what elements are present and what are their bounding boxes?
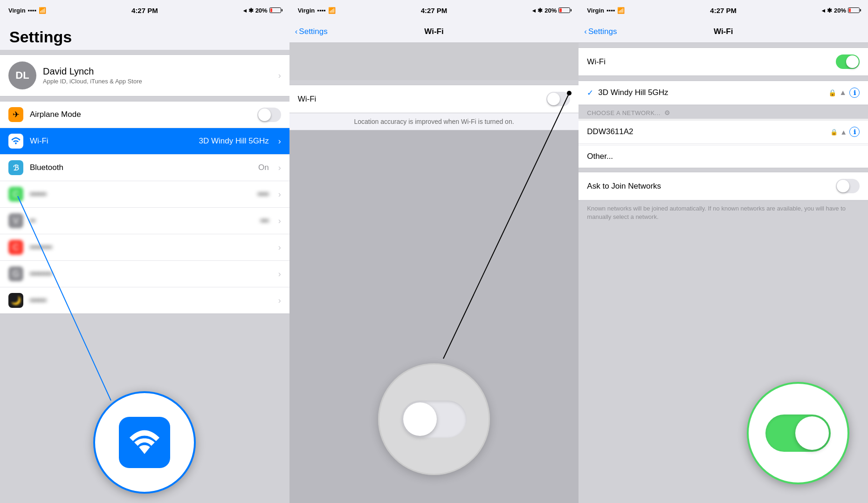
wifi-label: Wi-Fi	[30, 136, 192, 146]
wifi-toggle-row-p2[interactable]: Wi-Fi	[289, 85, 579, 113]
wifi-value: 3D Windy Hill 5GHz	[199, 136, 269, 146]
battery-pct-p1: 20%	[255, 7, 268, 14]
status-left-p1: Virgin ▪▪▪▪ 📶	[8, 7, 46, 14]
carrier-p1: Virgin	[8, 7, 26, 14]
toggle-zoomed-on	[765, 415, 831, 452]
blurred-icon-2: V	[8, 213, 23, 228]
wifi-signal-icon: ▲	[839, 88, 847, 97]
panel3-wifi-on: Virgin ▪▪▪▪ 📶 4:27 PM ◂ ✱ 20% ‹ Settings…	[579, 0, 868, 503]
status-right-p1: ◂ ✱ 20%	[243, 7, 281, 14]
status-bar-p3: Virgin ▪▪▪▪ 📶 4:27 PM ◂ ✱ 20%	[579, 0, 868, 20]
blurred-chevron-4: ›	[278, 269, 281, 279]
bluetooth-icon: ℬ	[8, 160, 23, 175]
carrier-p3: Virgin	[587, 7, 604, 14]
zoom-circle-p2	[378, 363, 490, 475]
network-row-1[interactable]: DDW3611A2 🔒 ▲ ℹ	[579, 120, 868, 144]
wifi-status-p1: 📶	[39, 7, 46, 14]
status-bar-p1: Virgin ▪▪▪▪ 📶 4:27 PM ◂ ✱ 20%	[0, 0, 289, 20]
blurred-row-5[interactable]: 🌙 •••••• ›	[0, 287, 289, 313]
back-arrow-p2: ‹	[295, 27, 298, 36]
blurred-row-3[interactable]: C •••••••• ›	[0, 234, 289, 261]
blurred-row-4[interactable]: G •••••••• ›	[0, 261, 289, 287]
time-p2: 4:27 PM	[421, 7, 448, 14]
connected-network-row[interactable]: ✓ 3D Windy Hill 5GHz 🔒 ▲ ℹ	[579, 81, 868, 105]
nav-title-p3: Wi-Fi	[714, 27, 733, 36]
nav-bar-p3: ‹ Settings Wi-Fi	[579, 20, 868, 43]
network-row-other[interactable]: Other...	[579, 145, 868, 168]
airplane-mode-row[interactable]: ✈ Airplane Mode	[0, 102, 289, 128]
blurred-label-5: ••••••	[30, 296, 272, 305]
bluetooth-p2: ✱	[537, 7, 543, 14]
profile-subtitle: Apple ID, iCloud, iTunes & App Store	[43, 78, 272, 85]
settings-group-1: ✈ Airplane Mode Wi-Fi 3D Windy Hill 5GHz…	[0, 101, 289, 314]
ask-join-row[interactable]: Ask to Join Networks	[579, 172, 868, 200]
blurred-label-1: ••••••	[30, 190, 251, 199]
blurred-label-3: ••••••••	[30, 243, 272, 252]
avatar: DL	[8, 61, 36, 89]
wifi-toggle-p3[interactable]	[836, 54, 860, 69]
wifi-row-icon	[8, 134, 23, 149]
zoom-circle-p1	[93, 391, 196, 494]
back-label-p3: Settings	[588, 27, 617, 36]
blurred-icon-5: 🌙	[8, 293, 23, 308]
connected-network-name: 3D Windy Hill 5GHz	[598, 88, 828, 97]
grey-top-p2	[289, 43, 579, 80]
wifi-toggle-p2[interactable]	[546, 92, 570, 106]
zoom-circle-p3	[747, 382, 849, 484]
info-button[interactable]: ℹ	[849, 88, 860, 98]
time-p3: 4:27 PM	[710, 7, 737, 14]
network-signal-1: ▲	[840, 128, 847, 136]
wifi-connected-section: ✓ 3D Windy Hill 5GHz 🔒 ▲ ℹ	[579, 81, 868, 105]
network-icons-1: 🔒 ▲ ℹ	[830, 127, 860, 137]
signal-p2: ▪▪▪▪	[317, 7, 325, 14]
blurred-chevron-5: ›	[278, 296, 281, 306]
blurred-chevron-1: ›	[278, 190, 281, 199]
network-icons: 🔒 ▲ ℹ	[828, 88, 860, 98]
carrier-p2: Virgin	[298, 7, 315, 14]
profile-chevron: ›	[278, 71, 281, 81]
lock-icon: 🔒	[828, 89, 836, 96]
blurred-icon-3: C	[8, 240, 23, 255]
ask-join-section: Ask to Join Networks	[579, 172, 868, 201]
status-left-p2: Virgin ▪▪▪▪ 📶	[298, 7, 336, 14]
signal-p3: ▪▪▪▪	[606, 7, 615, 14]
toggle-knob-on	[795, 416, 829, 450]
wifi-status-p2: 📶	[328, 7, 336, 14]
bluetooth-p1: ✱	[248, 7, 254, 14]
bluetooth-chevron: ›	[278, 163, 281, 173]
blurred-row-1[interactable]: C •••••• •••• ›	[0, 181, 289, 208]
network-name-1: DDW3611A2	[587, 127, 830, 136]
wifi-toggle-row-p3[interactable]: Wi-Fi	[579, 48, 868, 76]
back-button-p3[interactable]: ‹ Settings	[584, 27, 617, 36]
blurred-value-2: •••	[261, 216, 269, 225]
blurred-label-2: ••	[30, 216, 254, 225]
battery-icon-p2	[558, 7, 570, 13]
battery-pct-p3: 20%	[834, 7, 846, 14]
ask-join-label: Ask to Join Networks	[587, 182, 836, 191]
airplane-mode-label: Airplane Mode	[30, 110, 251, 119]
toggle-zoomed-off	[401, 401, 467, 438]
blurred-label-4: ••••••••	[30, 269, 272, 279]
network-list: DDW3611A2 🔒 ▲ ℹ Other...	[579, 118, 868, 168]
bluetooth-label: Bluetooth	[30, 163, 252, 172]
profile-row[interactable]: DL David Lynch Apple ID, iCloud, iTunes …	[0, 54, 289, 96]
wifi-toggle-label-p2: Wi-Fi	[298, 95, 547, 104]
wifi-chevron: ›	[278, 136, 281, 146]
settings-title: Settings	[0, 20, 289, 50]
network-info-1[interactable]: ℹ	[849, 127, 860, 137]
profile-info: David Lynch Apple ID, iCloud, iTunes & A…	[43, 66, 272, 85]
network-lock-1: 🔒	[830, 129, 838, 136]
loading-spinner: ⚙	[664, 109, 671, 116]
blurred-row-2[interactable]: V •• ••• ›	[0, 208, 289, 234]
airplane-mode-icon: ✈	[8, 107, 23, 122]
time-p1: 4:27 PM	[131, 7, 158, 14]
location-p3: ◂	[822, 7, 825, 14]
bluetooth-row[interactable]: ℬ Bluetooth On ›	[0, 155, 289, 181]
blurred-chevron-3: ›	[278, 243, 281, 252]
wifi-status-p3: 📶	[617, 7, 625, 14]
wifi-info-text-p2: Location accuracy is improved when Wi-Fi…	[289, 113, 579, 130]
back-button-p2[interactable]: ‹ Settings	[295, 27, 328, 36]
airplane-mode-toggle[interactable]	[257, 108, 281, 122]
wifi-row[interactable]: Wi-Fi 3D Windy Hill 5GHz ›	[0, 128, 289, 155]
ask-join-toggle[interactable]	[836, 179, 860, 193]
